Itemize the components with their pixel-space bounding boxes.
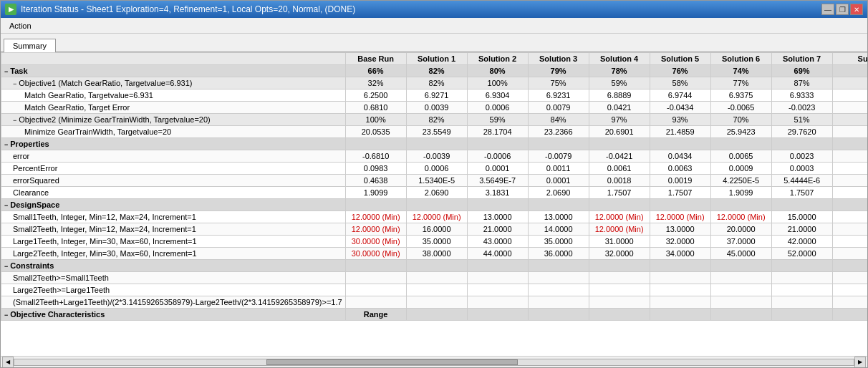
- cell-value: 21.4859: [650, 126, 710, 138]
- cell-value: [832, 296, 867, 309]
- table-row: Match GearRatio, Targetvalue=6.9316.2500…: [1, 89, 868, 102]
- cell-value: 76%: [650, 65, 710, 77]
- cell-value: [832, 211, 867, 223]
- cell-value: 0.0011: [528, 163, 589, 175]
- cell-value: [832, 138, 867, 150]
- table-row: errorSquared0.46381.5340E-53.5649E-70.00…: [1, 175, 868, 187]
- cell-value: 35.0000: [406, 236, 467, 248]
- collapse-icon[interactable]: −: [4, 68, 8, 75]
- cell-value: -0.0079: [528, 150, 589, 163]
- cell-value: 0.0001: [528, 175, 589, 187]
- col-header-solution7: Solution 7: [771, 53, 832, 65]
- scroll-left-button[interactable]: ◀: [2, 357, 14, 368]
- cell-value: [528, 199, 589, 211]
- collapse-icon[interactable]: −: [4, 263, 8, 270]
- cell-value: [832, 199, 867, 211]
- cell-value: [650, 199, 710, 211]
- cell-value: [710, 199, 771, 211]
- row-label: (Small2Teeth+Large1Teeth)/(2*3.141592653…: [1, 296, 346, 309]
- cell-value: 93%: [650, 114, 710, 126]
- minimize-button[interactable]: —: [821, 4, 834, 15]
- cell-value: [710, 309, 771, 321]
- menu-bar: Action: [1, 18, 867, 34]
- collapse-icon[interactable]: −: [13, 117, 16, 124]
- cell-value: -0.0006: [467, 150, 528, 163]
- table-row: −Constraints: [1, 260, 868, 272]
- row-label: error: [1, 150, 346, 163]
- cell-value: 97%: [589, 114, 650, 126]
- cell-value: 0.0434: [650, 150, 710, 163]
- cell-value: 80%: [467, 65, 528, 77]
- row-label: −Properties: [1, 138, 346, 150]
- cell-value: -0.0065: [710, 102, 771, 114]
- cell-value: 20.6901: [589, 126, 650, 138]
- cell-value: [832, 248, 867, 260]
- cell-value: [650, 138, 710, 150]
- cell-value: 30.0000 (Min): [345, 248, 406, 260]
- cell-value: 13.0000: [528, 211, 589, 223]
- table-row: −Objective1 (Match GearRatio, Targetvalu…: [1, 77, 868, 89]
- cell-value: 0.0006: [406, 163, 467, 175]
- collapse-icon[interactable]: −: [4, 141, 8, 148]
- cell-value: [345, 138, 406, 150]
- cell-value: 6.9375: [710, 89, 771, 102]
- row-label: Large2Teeth, Integer, Min=30, Max=60, In…: [1, 248, 346, 260]
- row-label: Match GearRatio, Target Error: [1, 102, 346, 114]
- cell-value: [406, 296, 467, 309]
- collapse-icon[interactable]: −: [4, 311, 8, 319]
- table-row: Large2Teeth, Integer, Min=30, Max=60, In…: [1, 248, 868, 260]
- collapse-icon[interactable]: −: [4, 202, 8, 209]
- close-button[interactable]: ✕: [850, 4, 863, 15]
- cell-value: [832, 175, 867, 187]
- row-label: errorSquared: [1, 175, 346, 187]
- cell-value: [467, 138, 528, 150]
- cell-value: 0.0983: [345, 163, 406, 175]
- table-row: Small2Teeth, Integer, Min=12, Max=24, In…: [1, 223, 868, 236]
- cell-value: 0.0006: [467, 102, 528, 114]
- row-label: Small2Teeth>=Small1Teeth: [1, 272, 346, 284]
- cell-value: [771, 284, 832, 296]
- cell-value: 12.0000 (Min): [345, 223, 406, 236]
- cell-value: [832, 272, 867, 284]
- cell-value: 1.7507: [650, 187, 710, 199]
- tab-summary[interactable]: Summary: [4, 39, 56, 52]
- app-icon: ▶: [5, 4, 16, 15]
- action-menu[interactable]: Action: [4, 20, 37, 32]
- table-container[interactable]: Base Run Solution 1 Solution 2 Solution …: [1, 52, 867, 356]
- cell-value: 6.9231: [528, 89, 589, 102]
- row-label: −Objective2 (Minimize GearTrainWidth, Ta…: [1, 114, 346, 126]
- row-label: Clearance: [1, 187, 346, 199]
- cell-value: 59%: [467, 114, 528, 126]
- cell-value: [650, 309, 710, 321]
- cell-value: -0.0434: [650, 102, 710, 114]
- cell-value: 1.7507: [589, 187, 650, 199]
- scrollbar-track[interactable]: [14, 359, 854, 366]
- cell-value: [406, 199, 467, 211]
- cell-value: [589, 309, 650, 321]
- cell-value: [771, 199, 832, 211]
- cell-value: [589, 138, 650, 150]
- table-row: −Objective2 (Minimize GearTrainWidth, Ta…: [1, 114, 868, 126]
- cell-value: [528, 138, 589, 150]
- horizontal-scrollbar[interactable]: ◀ ▶: [1, 356, 867, 367]
- cell-value: [832, 187, 867, 199]
- cell-value: [832, 77, 867, 89]
- table-row: Small1Teeth, Integer, Min=12, Max=24, In…: [1, 211, 868, 223]
- restore-button[interactable]: ❐: [836, 4, 849, 15]
- cell-value: [771, 309, 832, 321]
- col-header-su: Su: [832, 53, 867, 65]
- cell-value: 3.1831: [467, 187, 528, 199]
- cell-value: 58%: [650, 77, 710, 89]
- cell-value: 1.5340E-5: [406, 175, 467, 187]
- cell-value: 36.0000: [528, 248, 589, 260]
- table-row: −DesignSpace: [1, 199, 868, 211]
- cell-value: [345, 272, 406, 284]
- cell-value: 12.0000 (Min): [406, 211, 467, 223]
- scrollbar-thumb[interactable]: [266, 359, 519, 365]
- collapse-icon[interactable]: −: [13, 80, 16, 87]
- cell-value: [589, 199, 650, 211]
- cell-value: 84%: [528, 114, 589, 126]
- scroll-right-button[interactable]: ▶: [854, 357, 866, 368]
- cell-value: 16.0000: [406, 223, 467, 236]
- cell-value: 0.0009: [710, 163, 771, 175]
